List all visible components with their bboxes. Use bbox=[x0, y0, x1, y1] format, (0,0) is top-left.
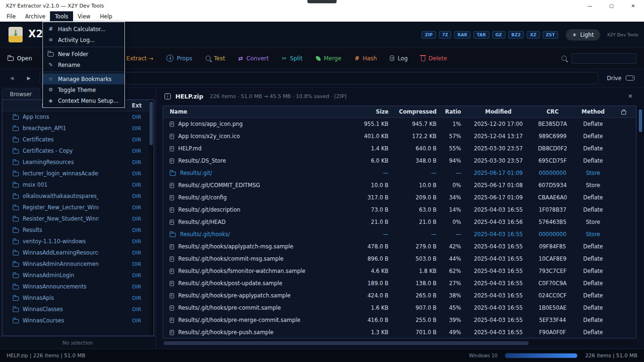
column-size[interactable]: Size bbox=[355, 108, 394, 115]
merge-button[interactable]: Merge bbox=[316, 55, 341, 62]
archive-row[interactable]: Results/.git/hooks/pre-merge-commit.samp… bbox=[163, 314, 636, 326]
tree-item-winnasadminannouncements[interactable]: WinnasAdminAnnouncementsDIR bbox=[2, 258, 154, 270]
menu-help[interactable]: Help bbox=[95, 11, 117, 21]
tree-item-breachpen-api1[interactable]: breachpen_API1DIR bbox=[2, 123, 154, 134]
tree-item-msix-001[interactable]: msix 001DIR bbox=[2, 179, 154, 190]
tree-item-winnasannouncements[interactable]: WinnasAnnouncementsDIR bbox=[2, 281, 154, 292]
archive-row[interactable]: Results/.git/hooks/fsmonitor-watchman.sa… bbox=[163, 265, 636, 277]
minimize-button[interactable]: — bbox=[579, 0, 601, 11]
archive-item-method: Deflate bbox=[575, 133, 611, 140]
tree-item-name-cell: Results bbox=[2, 227, 99, 233]
close-button[interactable]: ✕ bbox=[622, 0, 644, 11]
menu-view[interactable]: View bbox=[73, 11, 95, 21]
tree-item-register-new-lecturer-winnas[interactable]: Register_New_Lecturer_WinnasDIR bbox=[2, 202, 154, 213]
column-lock[interactable] bbox=[611, 109, 636, 115]
props-button[interactable]: Props bbox=[166, 55, 192, 62]
menu-file[interactable]: File bbox=[2, 11, 20, 21]
log-button[interactable]: Log bbox=[390, 55, 407, 62]
archive-row[interactable]: Results/.git/COMMIT_EDITMSG10.0 B10.0 B0… bbox=[163, 179, 636, 191]
archive-table-header: Name Size Compressed Ratio Modified CRC … bbox=[163, 106, 636, 118]
archive-row[interactable]: Results/.git/hooks/pre-push.sample1.3 KB… bbox=[163, 326, 636, 338]
tab-browser[interactable]: Browser bbox=[2, 89, 40, 99]
tree-item-name-cell: App Icons bbox=[2, 114, 99, 120]
tree-item-label: WinnasAnnouncements bbox=[23, 283, 86, 290]
archive-row[interactable]: Results/.git/hooks/———2025-04-03 16:5500… bbox=[163, 228, 636, 240]
vertical-scrollbar[interactable] bbox=[638, 107, 643, 338]
hash-button[interactable]: Hash bbox=[355, 55, 377, 62]
back-button[interactable]: ◀ bbox=[6, 73, 18, 84]
status-bar: HELP.zip | 226 items | 51.0 MB Windows 1… bbox=[0, 349, 644, 362]
tree-item-winnasaddlearningresources[interactable]: WinnasAddLearningResourcesDIR bbox=[2, 247, 154, 258]
horizontal-scrollbar-thumb[interactable] bbox=[164, 341, 528, 345]
archive-row[interactable]: Results/.git/hooks/applypatch-msg.sample… bbox=[163, 240, 636, 253]
column-crc[interactable]: CRC bbox=[530, 108, 575, 115]
open-button[interactable]: Open bbox=[8, 55, 32, 62]
tree-item-results[interactable]: ResultsDIR bbox=[2, 224, 154, 236]
column-ratio[interactable]: Ratio bbox=[442, 108, 467, 115]
tree-item-label: Register_New_Lecturer_Winnas bbox=[23, 204, 99, 211]
search-input[interactable] bbox=[571, 53, 636, 64]
column-method[interactable]: Method bbox=[575, 108, 611, 115]
tree-scrollbar[interactable] bbox=[149, 100, 153, 335]
archive-row[interactable]: App Icons/app_icon.png955.1 KB945.7 KB1%… bbox=[163, 118, 636, 130]
drive-button[interactable]: Drive bbox=[603, 75, 638, 82]
archive-row[interactable]: Results/.DS_Store6.0 KB348.0 B94%2025-03… bbox=[163, 155, 636, 167]
tree-item-winnasadminlogin[interactable]: WinnasAdminLoginDIR bbox=[2, 270, 154, 281]
menu-item-hash-calculator[interactable]: Hash Calculator... bbox=[43, 24, 124, 34]
tree-item-ext: DIR bbox=[126, 159, 148, 165]
tree-item-winnascourses[interactable]: WinnasCoursesDIR bbox=[2, 315, 154, 326]
archive-row[interactable]: Results/.git/hooks/pre-commit.sample1.6 … bbox=[163, 302, 636, 314]
menu-item-toggle-theme[interactable]: Toggle Theme bbox=[43, 84, 124, 95]
column-name[interactable]: Name bbox=[163, 108, 355, 115]
menu-archive[interactable]: Archive bbox=[20, 11, 50, 21]
archive-row[interactable]: Results/.git/config317.0 B209.0 B34%2025… bbox=[163, 191, 636, 204]
archive-item-name-cell: Results/.git/config bbox=[163, 194, 355, 201]
theme-toggle-button[interactable]: Light bbox=[566, 29, 601, 41]
tree-scrollbar-thumb[interactable] bbox=[149, 102, 153, 145]
archive-row[interactable]: Results/.git/hooks/pre-applypatch.sample… bbox=[163, 289, 636, 302]
split-button[interactable]: Split bbox=[282, 55, 303, 62]
tree-item-learningresources[interactable]: LearningResourcesDIR bbox=[2, 156, 154, 168]
status-right-text: 226 items | 51.0 MB bbox=[585, 353, 637, 359]
column-modified[interactable]: Modified bbox=[467, 108, 530, 115]
maximize-button[interactable]: ▢ bbox=[601, 0, 622, 11]
archive-row[interactable]: Results/.git/description73.0 B63.0 B14%2… bbox=[163, 204, 636, 216]
archive-close-button[interactable]: ✕ bbox=[625, 92, 636, 100]
extract-button[interactable]: Extract → bbox=[126, 55, 153, 62]
tree-column-ext[interactable]: Ext bbox=[126, 102, 148, 109]
tree-item-olkalouwaithakaautospares-wi[interactable]: olkalouwaithakaautospares_wiDIR bbox=[2, 190, 154, 202]
archive-item-ratio: 57% bbox=[442, 133, 467, 140]
archive-row[interactable]: App Icons/x2y_icon.ico401.0 KB172.2 KB57… bbox=[163, 130, 636, 142]
tree-item-app-icons[interactable]: App IconsDIR bbox=[2, 111, 154, 123]
tree-item-certificates-copy[interactable]: Certificates - CopyDIR bbox=[2, 145, 154, 156]
archive-item-crc: 5EF33F44 bbox=[530, 317, 575, 323]
tree-item-winnasapis[interactable]: WinnasApisDIR bbox=[2, 292, 154, 304]
tree-item-winnasclasses[interactable]: WinnasClassesDIR bbox=[2, 304, 154, 315]
menu-tools[interactable]: Tools bbox=[50, 11, 73, 21]
file-icon bbox=[170, 269, 174, 274]
vertical-scrollbar-thumb[interactable] bbox=[639, 109, 642, 132]
menu-item-activity-log[interactable]: Activity Log... bbox=[43, 34, 124, 45]
delete-button[interactable]: Delete bbox=[421, 55, 447, 62]
tree-item-ventoy-1-1-10-windows[interactable]: ventoy-1.1.10-windowsDIR bbox=[2, 236, 154, 247]
archive-item-ratio: 44% bbox=[442, 255, 467, 262]
horizontal-scrollbar[interactable] bbox=[163, 341, 636, 346]
archive-row[interactable]: HELP.md1.4 KB640.0 B55%2025-03-30 23:57D… bbox=[163, 142, 636, 155]
archive-row[interactable]: Results/.git/hooks/post-update.sample189… bbox=[163, 277, 636, 289]
menu-item-rename[interactable]: Rename bbox=[43, 59, 124, 70]
archive-row[interactable]: Results/.git/———2025-06-17 01:0900000000… bbox=[163, 167, 636, 179]
test-button[interactable]: Test bbox=[206, 55, 225, 62]
menu-item-new-folder[interactable]: New Folder bbox=[43, 49, 124, 59]
forward-button[interactable]: ▶ bbox=[23, 73, 35, 84]
tree-item-certificates[interactable]: CertificatesDIR bbox=[2, 134, 154, 145]
archive-row[interactable]: Results/.git/hooks/commit-msg.sample896.… bbox=[163, 253, 636, 265]
search-icon bbox=[561, 56, 567, 61]
archive-row[interactable]: Results/.git/HEAD21.0 B21.0 B0%2025-04-0… bbox=[163, 216, 636, 228]
convert-button[interactable]: Convert bbox=[238, 55, 269, 62]
menu-item-context-menu-setup[interactable]: Context Menu Setup... bbox=[43, 95, 124, 106]
archive-item-ratio: — bbox=[442, 231, 467, 238]
column-compressed[interactable]: Compressed bbox=[394, 108, 442, 115]
tree-item-resister-new-student-winnas[interactable]: Resister_New_Student_WinnasDIR bbox=[2, 213, 154, 224]
tree-item-lecturer-login-winnasacademy[interactable]: lecturer_login_winnasAcademyDIR bbox=[2, 168, 154, 179]
menu-item-manage-bookmarks[interactable]: Manage Bookmarks bbox=[43, 74, 124, 84]
